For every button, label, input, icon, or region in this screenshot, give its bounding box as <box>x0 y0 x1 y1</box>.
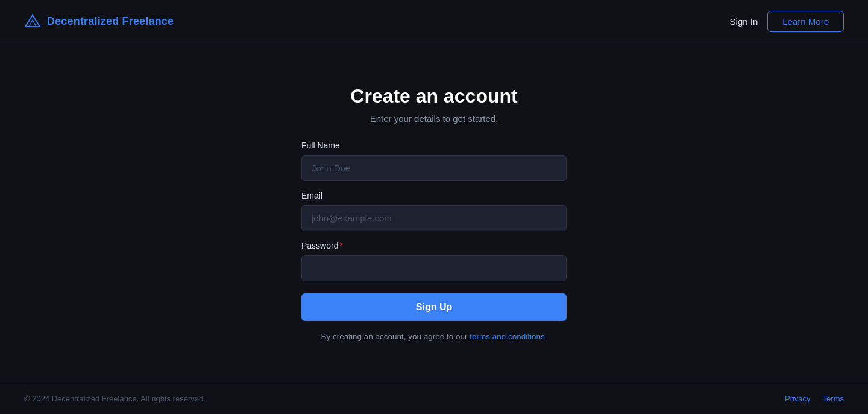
footer: © 2024 Decentralized Freelance. All righ… <box>0 383 868 414</box>
sign-in-link[interactable]: Sign In <box>730 16 758 27</box>
main-content: Create an account Enter your details to … <box>0 43 868 383</box>
privacy-link[interactable]: Privacy <box>785 394 811 403</box>
full-name-input[interactable] <box>301 155 567 181</box>
sign-up-button[interactable]: Sign Up <box>301 293 567 321</box>
terms-notice: By creating an account, you agree to our… <box>301 332 567 341</box>
form-title: Create an account <box>350 85 517 107</box>
password-label: Password* <box>301 241 567 250</box>
email-field-group: Email <box>301 191 567 231</box>
full-name-label: Full Name <box>301 141 567 150</box>
signup-form: Full Name Email Password* Sign Up By cre… <box>301 141 567 341</box>
form-subtitle: Enter your details to get started. <box>370 113 498 124</box>
logo-area: Decentralized Freelance <box>24 13 174 30</box>
header: Decentralized Freelance Sign In Learn Mo… <box>0 0 868 43</box>
footer-copyright: © 2024 Decentralized Freelance. All righ… <box>24 394 206 403</box>
password-field-group: Password* <box>301 241 567 281</box>
header-nav: Sign In Learn More <box>730 11 844 32</box>
learn-more-button[interactable]: Learn More <box>767 11 844 32</box>
terms-and-conditions-link[interactable]: terms and conditions <box>470 332 545 341</box>
terms-prefix-text: By creating an account, you agree to our <box>321 332 470 341</box>
email-input[interactable] <box>301 205 567 231</box>
email-label: Email <box>301 191 567 200</box>
logo-icon <box>24 13 41 30</box>
terms-link[interactable]: Terms <box>823 394 844 403</box>
required-asterisk: * <box>339 241 342 250</box>
form-container: Create an account Enter your details to … <box>301 85 567 341</box>
footer-links: Privacy Terms <box>785 394 844 403</box>
password-input[interactable] <box>301 255 567 281</box>
terms-suffix-text: . <box>545 332 547 341</box>
logo-text: Decentralized Freelance <box>47 15 174 28</box>
full-name-field-group: Full Name <box>301 141 567 181</box>
